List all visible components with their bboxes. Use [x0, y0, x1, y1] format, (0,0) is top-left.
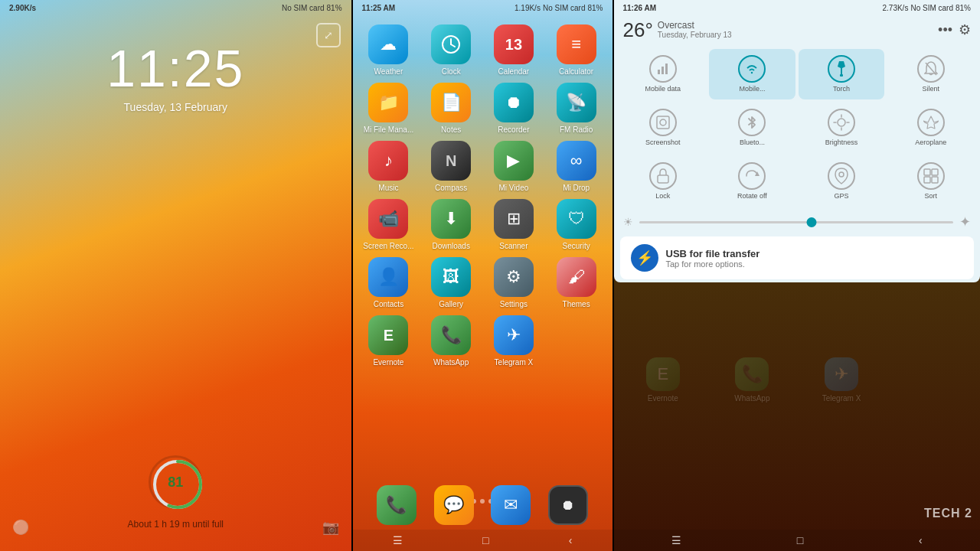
- svg-point-11: [660, 119, 666, 126]
- telegram-label: Telegram X: [495, 358, 534, 367]
- app-midrop[interactable]: ∞ Mi Drop: [548, 141, 605, 193]
- nav-menu-button-qs[interactable]: ☰: [671, 534, 681, 546]
- settings-icon-glyph: ⚙: [506, 267, 521, 287]
- qs-tile-bluetooth[interactable]: Blueto...: [709, 103, 795, 153]
- brightness-max-icon: ✦: [959, 214, 971, 230]
- qs-usb-notification[interactable]: ⚡ USB for file transfer Tap for more opt…: [620, 236, 975, 279]
- fileman-icon: 📁: [368, 83, 408, 122]
- app-notes[interactable]: 📄 Notes: [423, 83, 479, 135]
- qs-tile-silent[interactable]: Silent: [887, 49, 974, 99]
- app-contacts[interactable]: 👤 Contacts: [361, 257, 417, 309]
- app-fmradio[interactable]: 📡 FM Radio: [548, 83, 605, 135]
- evernote-icon: E: [368, 315, 408, 355]
- silent-tile-icon: [917, 55, 945, 83]
- mivideo-icon-glyph: ▶: [507, 151, 520, 171]
- gallery-icon-glyph: 🖼: [443, 267, 459, 287]
- app-scanner[interactable]: ⊞ Scanner: [485, 199, 542, 251]
- app-weather[interactable]: ☁ Weather: [361, 24, 417, 77]
- brightness-slider[interactable]: [639, 221, 954, 223]
- camera-icon: ⏺: [548, 485, 588, 525]
- svg-rect-5: [658, 70, 660, 74]
- app-compass[interactable]: N Compass: [423, 141, 479, 193]
- dock-message[interactable]: ✉: [491, 485, 531, 525]
- qs-battery: 81%: [956, 4, 971, 12]
- qs-tile-screenshot[interactable]: Screenshot: [620, 103, 707, 153]
- qs-tile-gps[interactable]: GPS: [799, 156, 885, 207]
- qs-settings-icon[interactable]: ⚙: [959, 21, 971, 38]
- app-mivideo[interactable]: ▶ Mi Video: [485, 141, 542, 193]
- bluetooth-svg: [746, 114, 758, 131]
- app-fileman[interactable]: 📁 Mi File Mana...: [361, 83, 417, 135]
- phone-icon: 📞: [377, 485, 416, 525]
- notes-label: Notes: [441, 126, 461, 135]
- recorder-label: Recorder: [498, 126, 529, 135]
- dock-bubble[interactable]: 💬: [434, 485, 474, 525]
- dock-camera[interactable]: ⏺: [548, 485, 588, 525]
- app-gallery[interactable]: 🖼 Gallery: [423, 257, 479, 309]
- telegram-icon-glyph: ✈: [507, 325, 521, 345]
- apps-grid: ☁ Weather Clock 13 Calendar ≡: [353, 18, 612, 373]
- nav-back-button-qs[interactable]: ‹: [919, 534, 923, 546]
- app-drawer-panel: 11:25 AM 1.19K/s No SIM card 81% ☁ Weath…: [353, 0, 612, 551]
- lock-svg: [657, 168, 669, 184]
- scanner-icon-glyph: ⊞: [507, 209, 521, 229]
- nav-home-button-qs[interactable]: □: [797, 534, 803, 546]
- nav-home-button[interactable]: □: [482, 534, 488, 546]
- nav-menu-button[interactable]: ☰: [393, 534, 403, 546]
- calendar-icon: 13: [494, 24, 534, 64]
- usb-notif-title: USB for file transfer: [666, 248, 964, 259]
- qs-tile-torch[interactable]: Torch: [799, 49, 885, 99]
- app-recorder[interactable]: ⏺ Recorder: [485, 83, 542, 135]
- qs-more-icon[interactable]: •••: [938, 22, 952, 38]
- nav-back-button[interactable]: ‹: [569, 534, 573, 546]
- app-screenrec[interactable]: 📹 Screen Reco...: [361, 199, 417, 251]
- app-calendar[interactable]: 13 Calendar: [485, 24, 542, 77]
- app-settings[interactable]: ⚙ Settings: [485, 257, 542, 309]
- aeroplane-tile-icon: [917, 109, 945, 136]
- lock-flashlight-button[interactable]: ⚪: [12, 519, 29, 536]
- message-icon: ✉: [491, 485, 531, 525]
- drawer-speed: 1.19K/s: [514, 4, 541, 12]
- sort-tile-icon: [917, 162, 945, 190]
- app-evernote[interactable]: E Evernote: [361, 315, 417, 367]
- mobiledata-svg: [656, 62, 670, 76]
- wifi-tile-icon: [738, 55, 766, 83]
- lock-status-right: No SIM card 81%: [282, 4, 342, 12]
- app-themes[interactable]: 🖌 Themes: [548, 257, 605, 309]
- app-clock[interactable]: Clock: [423, 24, 479, 77]
- qs-tile-brightness[interactable]: Brightness: [799, 103, 885, 153]
- qs-tile-aeroplane[interactable]: Aeroplane: [887, 103, 974, 153]
- aeroplane-label: Aeroplane: [915, 139, 946, 147]
- qs-tile-rotate[interactable]: Rotate off: [709, 156, 795, 207]
- rotate-svg: [744, 168, 760, 184]
- lock-tile-icon: [649, 162, 677, 190]
- evernote-label: Evernote: [373, 358, 403, 367]
- app-downloads[interactable]: ⬇ Downloads: [423, 199, 479, 251]
- qs-tile-mobiledata[interactable]: Mobile data: [620, 49, 707, 99]
- gps-svg: [835, 168, 848, 184]
- clock-label: Clock: [442, 67, 461, 77]
- app-calculator[interactable]: ≡ Calculator: [548, 24, 605, 77]
- recorder-icon: ⏺: [494, 83, 534, 122]
- qs-tile-lock[interactable]: Lock: [620, 156, 707, 207]
- music-label: Music: [378, 184, 398, 193]
- qs-status-right: 2.73K/s No SIM card 81%: [882, 4, 971, 12]
- app-whatsapp[interactable]: 📞 WhatsApp: [423, 315, 479, 367]
- lock-expand-button[interactable]: ⤢: [316, 23, 341, 47]
- mivideo-icon: ▶: [494, 141, 534, 181]
- telegram-icon: ✈: [494, 315, 534, 355]
- screenrec-icon: 📹: [368, 199, 408, 239]
- app-music[interactable]: ♪ Music: [361, 141, 417, 193]
- qs-tile-sort[interactable]: Sort: [887, 156, 974, 207]
- gallery-icon: 🖼: [431, 257, 471, 297]
- app-telegram[interactable]: ✈ Telegram X: [485, 315, 542, 367]
- fmradio-label: FM Radio: [560, 126, 593, 135]
- qs-temperature: 26°: [623, 20, 653, 40]
- downloads-icon-glyph: ⬇: [444, 209, 458, 229]
- app-security[interactable]: 🛡 Security: [548, 199, 605, 251]
- whatsapp-label: WhatsApp: [433, 358, 469, 367]
- qs-tile-wifi[interactable]: Mobile...: [709, 49, 795, 99]
- lock-camera-button[interactable]: 📷: [322, 519, 339, 536]
- qs-status-bar: 11:26 AM 2.73K/s No SIM card 81%: [614, 0, 981, 15]
- dock-phone[interactable]: 📞: [377, 485, 416, 525]
